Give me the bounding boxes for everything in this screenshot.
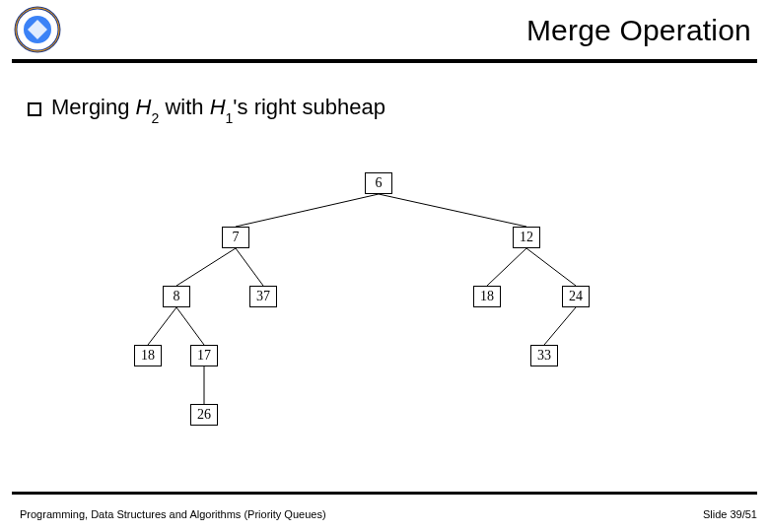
bullet-item: Merging H2 with H1's right subheap [28,95,385,122]
slide: Merge Operation Merging H2 with H1's rig… [0,0,769,532]
tree-node-n37: 37 [249,286,277,307]
slide-header: Merge Operation [0,0,769,57]
tree-node-n17: 17 [190,345,218,366]
tree-node-n33: 33 [530,345,558,366]
tree-edge [148,307,176,345]
footer-rule [12,492,757,495]
bullet-square-icon [28,102,41,116]
tree-node-n26: 26 [190,404,218,426]
tree-node-n8: 8 [163,286,190,307]
tree-node-n6: 6 [365,172,392,194]
bullet-h1-base: H [210,95,226,119]
bullet-h2-sub: 2 [151,110,159,126]
tree-edge [176,307,204,345]
pager-prefix: Slide [703,508,731,520]
tree-node-n18l: 18 [134,345,162,366]
bullet-text: Merging H2 with H1's right subheap [51,95,385,122]
pager-current: 39 [730,508,741,520]
bullet-text-part: with [159,95,209,119]
bullet-text-part: 's right subheap [233,95,385,119]
bullet-text-part: Merging [51,95,136,119]
tree-node-n24: 24 [562,286,590,307]
tree-node-n12: 12 [513,227,540,248]
tree-diagram: 6712837182418173326 [0,138,769,443]
footer-course: Programming, Data Structures and Algorit… [20,508,326,520]
footer-pager: Slide 39/51 [703,508,757,520]
tree-edge [379,194,526,227]
header-rule [12,59,757,63]
tree-edge [236,248,263,286]
bullet-h2-base: H [136,95,152,119]
tree-edge [236,194,379,227]
pager-total: 51 [745,508,757,520]
bullet-h1-sub: 1 [226,110,234,126]
tree-edge [544,307,576,345]
tree-node-n18r: 18 [473,286,501,307]
tree-node-n7: 7 [222,227,249,248]
tree-edge [487,248,526,286]
institution-logo [14,6,61,53]
tree-edge [526,248,576,286]
page-title: Merge Operation [526,14,751,47]
tree-edge [176,248,236,286]
